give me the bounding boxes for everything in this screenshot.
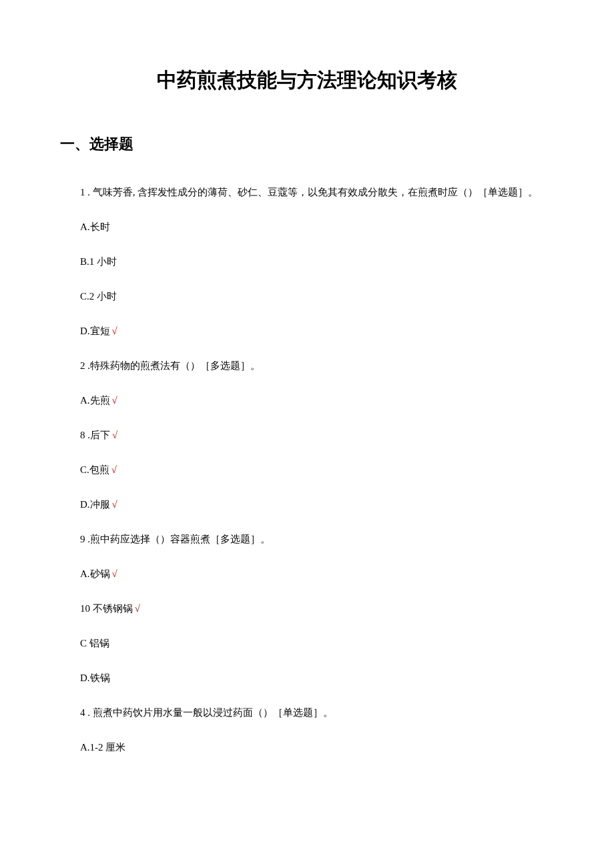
check-icon: √ — [135, 603, 140, 614]
option-1c: C.2 小时 — [60, 288, 554, 304]
check-icon: √ — [112, 430, 117, 440]
option-2d: D.冲服√ — [60, 496, 554, 512]
option-1d: D.宜短√ — [60, 323, 554, 339]
question-1: 1 . 气味芳香, 含挥发性成分的薄荷、砂仁、豆蔻等，以免其有效成分散失，在煎煮… — [60, 184, 554, 200]
option-1b: B.1 小时 — [60, 254, 554, 270]
option-4a: A.1-2 厘米 — [60, 739, 554, 755]
option-3b-text: 10 不锈钢锅 — [80, 603, 133, 614]
option-2a-text: A.先煎 — [80, 395, 110, 406]
question-3: 9 .煎中药应选择（）容器煎煮［多选题］。 — [60, 531, 554, 547]
question-4: 4 . 煎煮中药饮片用水量一般以浸过药面（）［单选题］。 — [60, 705, 554, 721]
option-3a: A.砂锅√ — [60, 566, 554, 582]
check-icon: √ — [112, 568, 117, 579]
check-icon: √ — [112, 395, 117, 406]
option-2b-text: 8 .后下 — [80, 430, 110, 440]
option-2b: 8 .后下√ — [60, 427, 554, 443]
section-header: 一、选择题 — [60, 134, 554, 154]
option-3b: 10 不锈钢锅√ — [60, 600, 554, 616]
option-3d: D.铁锅 — [60, 670, 554, 686]
option-2c-text: C.包煎 — [80, 464, 109, 475]
question-2: 2 .特殊药物的煎煮法有（）［多选题］。 — [60, 358, 554, 374]
check-icon: √ — [112, 326, 117, 336]
option-2a: A.先煎√ — [60, 392, 554, 408]
option-1d-text: D.宜短 — [80, 326, 110, 336]
option-2d-text: D.冲服 — [80, 499, 110, 510]
option-3c: C 铝锅 — [60, 635, 554, 651]
check-icon: √ — [112, 499, 117, 510]
option-3a-text: A.砂锅 — [80, 568, 110, 579]
check-icon: √ — [111, 464, 117, 475]
option-1a: A.长时 — [60, 219, 554, 235]
option-2c: C.包煎√ — [60, 462, 554, 478]
document-title: 中药煎煮技能与方法理论知识考核 — [60, 67, 554, 94]
